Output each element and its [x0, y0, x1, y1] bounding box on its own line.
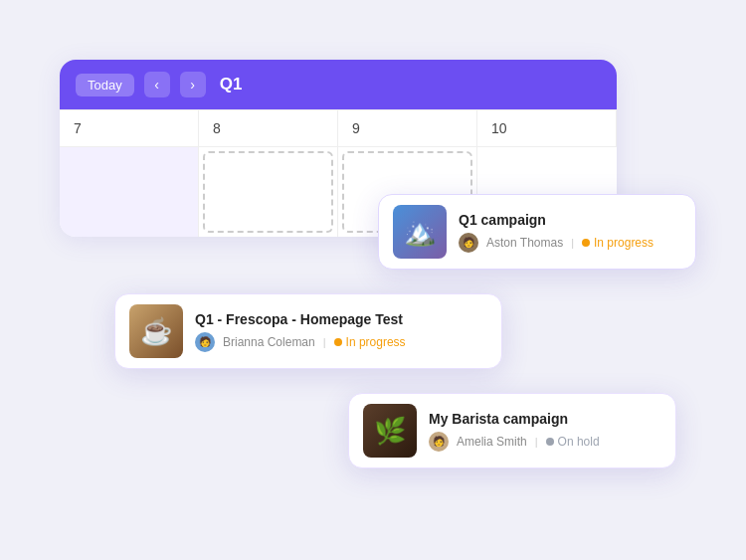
brianna-avatar: 🧑 — [195, 332, 215, 352]
barista-thumb: 🌿 — [363, 404, 417, 458]
barista-status-text: On hold — [558, 435, 600, 449]
col-header-10: 10 — [477, 110, 617, 147]
amelia-name: Amelia Smith — [457, 435, 527, 449]
progress-dot — [582, 239, 590, 247]
col-header-7: 7 — [60, 110, 199, 147]
q1-status-text: In progress — [594, 236, 653, 250]
frescopa-meta: 🧑 Brianna Coleman | In progress — [195, 332, 487, 352]
frescopa-status-badge: In progress — [334, 335, 406, 349]
frescopa-info: Q1 - Frescopa - Homepage Test 🧑 Brianna … — [195, 311, 487, 352]
q1-campaign-card[interactable]: 🏔️ Q1 campaign 🧑 Aston Thomas | In progr… — [378, 194, 696, 270]
col-header-8: 8 — [199, 110, 338, 147]
mountain-icon: 🏔️ — [404, 217, 436, 248]
brianna-name: Brianna Coleman — [223, 335, 315, 349]
col-header-9: 9 — [338, 110, 477, 147]
calendar-cell-7 — [60, 147, 199, 237]
q1-status-badge: In progress — [582, 236, 653, 250]
barista-divider: | — [535, 436, 538, 448]
prev-button[interactable]: ‹ — [144, 72, 170, 97]
next-button[interactable]: › — [180, 72, 206, 97]
barista-status-badge: On hold — [546, 435, 600, 449]
barista-info: My Barista campaign 🧑 Amelia Smith | On … — [429, 411, 661, 452]
frescopa-progress-dot — [334, 338, 342, 346]
frescopa-thumb: ☕ — [129, 304, 183, 358]
calendar-cell-8 — [199, 147, 338, 237]
q1-campaign-info: Q1 campaign 🧑 Aston Thomas | In progress — [459, 212, 681, 253]
today-button[interactable]: Today — [76, 74, 134, 96]
plant-icon: 🌿 — [374, 416, 406, 447]
barista-card[interactable]: 🌿 My Barista campaign 🧑 Amelia Smith | O… — [348, 393, 676, 468]
barista-title: My Barista campaign — [429, 411, 661, 427]
frescopa-divider: | — [323, 336, 326, 348]
frescopa-card[interactable]: ☕ Q1 - Frescopa - Homepage Test 🧑 Briann… — [114, 293, 502, 369]
quarter-label: Q1 — [220, 75, 243, 94]
frescopa-status-text: In progress — [346, 335, 406, 349]
dashed-placeholder — [203, 151, 333, 233]
coffee-icon: ☕ — [140, 316, 172, 347]
aston-avatar: 🧑 — [459, 233, 478, 253]
hold-dot — [546, 438, 554, 446]
q1-campaign-thumb: 🏔️ — [393, 205, 447, 259]
meta-divider: | — [571, 237, 574, 249]
frescopa-title: Q1 - Frescopa - Homepage Test — [195, 311, 487, 327]
q1-campaign-title: Q1 campaign — [459, 212, 681, 228]
q1-campaign-meta: 🧑 Aston Thomas | In progress — [459, 233, 681, 253]
aston-name: Aston Thomas — [486, 236, 563, 250]
barista-meta: 🧑 Amelia Smith | On hold — [429, 432, 661, 452]
calendar-header: Today ‹ › Q1 — [60, 60, 617, 109]
amelia-avatar: 🧑 — [429, 432, 449, 452]
